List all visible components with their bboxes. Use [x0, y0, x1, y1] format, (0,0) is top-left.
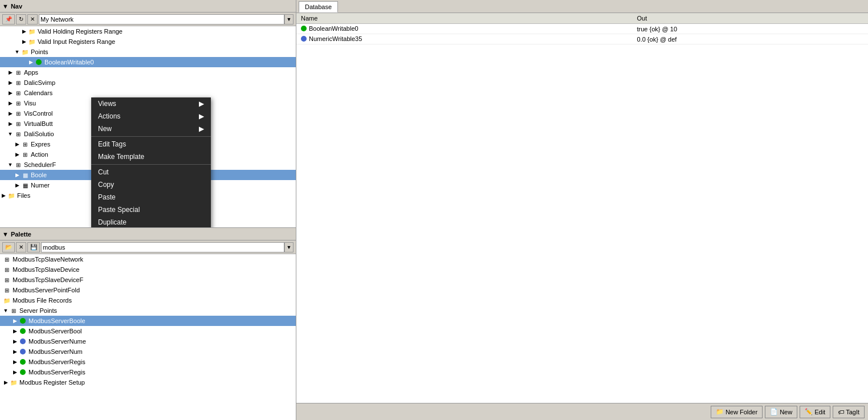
palette-item-label: ModbusServerRegis [28, 358, 85, 365]
palette-item-modbus-server-regis2[interactable]: ▶ ModbusServerRegis [0, 367, 296, 377]
palette-item-modbus-server-numer1[interactable]: ▶ ModbusServerNume [0, 336, 296, 346]
nav-close-button[interactable]: ✕ [27, 14, 38, 25]
module-icon: ⊞ [2, 266, 11, 274]
table-row[interactable]: NumericWritable35 0.0 {ok} @ def [296, 34, 868, 44]
palette-item[interactable]: ⊞ ModbusServerPointFold [0, 285, 296, 295]
nav-triangle-icon: ▼ [2, 3, 9, 10]
palette-item-label: ModbusServerBoole [28, 317, 85, 324]
palette-title: Palette [11, 231, 31, 238]
palette-item[interactable]: ⊞ ModbusTcpSlaveNetwork [0, 254, 296, 264]
menu-item-views[interactable]: Views ▶ [91, 97, 211, 110]
palette-item[interactable]: ⊞ ModbusTcpSlaveDeviceF [0, 275, 296, 285]
palette-save-button[interactable]: 💾 [27, 242, 40, 252]
module-icon: ⊞ [14, 99, 23, 107]
menu-item-label: Duplicate [98, 218, 127, 226]
menu-item-paste-special[interactable]: Paste Special [91, 203, 211, 216]
database-content: Name Out BooleanWritable0 true {ok} @ 10 [296, 13, 868, 403]
tree-item-label: Valid Holding Registers Range [38, 28, 123, 35]
nav-pin-button[interactable]: 📌 [2, 14, 15, 25]
tree-arrow-icon: ▶ [11, 318, 18, 324]
palette-header: ▼ Palette [0, 228, 296, 240]
module-icon: ⊞ [2, 286, 11, 294]
new-button[interactable]: 📄 New [765, 406, 797, 418]
palette-item-modbus-server-bool2[interactable]: ▶ ModbusServerBool [0, 326, 296, 336]
palette-item-label: ModbusServerBool [28, 328, 82, 335]
right-panel: Database Name Out BooleanWritable0 [296, 0, 868, 420]
palette-item-label: ModbusServerPointFold [13, 287, 80, 293]
menu-item-label: New [98, 125, 112, 133]
palette-item-records[interactable]: 📁 Modbus File Records [0, 295, 296, 305]
palette-item-label: ModbusTcpSlaveNetwork [13, 256, 83, 263]
tree-arrow-icon: ▼ [2, 308, 9, 313]
menu-item-copy[interactable]: Copy [91, 178, 211, 191]
nav-search-input[interactable] [39, 14, 284, 25]
tree-item-label: Numer [31, 182, 50, 189]
nav-toolbar: 📌 ↻ ✕ ▼ [0, 13, 296, 26]
green-dot-icon [301, 26, 307, 31]
menu-item-make-template[interactable]: Make Template [91, 150, 211, 163]
palette-item-modbus-server-boole1[interactable]: ▶ ModbusServerBoole [0, 316, 296, 326]
palette-search-input[interactable] [41, 242, 284, 252]
row-name: BooleanWritable0 [296, 24, 633, 34]
tree-item-label: Points [31, 48, 48, 55]
tree-item-label: VisControl [24, 110, 53, 117]
tree-item-boolean-writable[interactable]: ▶ BooleanWritable0 [0, 57, 296, 67]
menu-item-duplicate[interactable]: Duplicate [91, 216, 211, 227]
edit-button[interactable]: ✏️ Edit [800, 406, 830, 418]
tree-item-label: SchedulerF [24, 161, 56, 168]
button-label: New [780, 409, 792, 415]
new-folder-button[interactable]: 📁 New Folder [711, 406, 763, 418]
nav-title: Nav [11, 3, 22, 10]
folder-icon: 📁 [716, 408, 724, 415]
tree-item[interactable]: ▶ 📁 Valid Input Registers Range [0, 36, 296, 47]
nav-refresh-button[interactable]: ↻ [16, 14, 26, 25]
tree-arrow-icon: ▶ [14, 141, 21, 147]
tree-item-label: VirtualButt [24, 120, 53, 127]
module-icon: ⊞ [2, 255, 11, 263]
tree-arrow-icon: ▼ [7, 162, 14, 168]
database-tab[interactable]: Database [299, 1, 338, 13]
menu-item-edit-tags[interactable]: Edit Tags [91, 138, 211, 150]
grid-icon: ▦ [21, 171, 30, 179]
tree-arrow-icon: ▶ [11, 359, 18, 365]
palette-open-button[interactable]: 📂 [2, 242, 15, 252]
palette-close-button[interactable]: ✕ [16, 242, 26, 252]
tree-arrow-icon: ▶ [2, 380, 9, 385]
palette-toolbar: 📂 ✕ 💾 ▼ [0, 240, 296, 254]
tree-item-label: DaliSolutio [24, 131, 54, 137]
folder-icon: 📁 [2, 296, 11, 304]
folder-icon: 📁 [27, 38, 36, 46]
menu-item-actions[interactable]: Actions ▶ [91, 110, 211, 123]
palette-item[interactable]: ⊞ ModbusTcpSlaveDevice [0, 264, 296, 275]
tree-item[interactable]: ▼ 📁 Points [0, 47, 296, 57]
menu-item-cut[interactable]: Cut [91, 166, 211, 178]
palette-item-label: Modbus Register Setup [19, 379, 85, 386]
palette-triangle-icon: ▼ [2, 231, 9, 238]
menu-item-new[interactable]: New ▶ [91, 123, 211, 135]
tree-item[interactable]: ▶ ⊞ Calendars [0, 88, 296, 98]
folder-icon: 📁 [27, 27, 36, 35]
row-out: 0.0 {ok} @ def [633, 34, 868, 44]
tree-arrow-icon: ▶ [7, 111, 14, 116]
module-icon: ⊞ [14, 68, 23, 76]
nav-tree: ▶ 📁 Valid Holding Registers Range ▶ 📁 Va… [0, 26, 296, 227]
tree-item[interactable]: ▶ ⊞ DalicSvimp [0, 78, 296, 88]
tree-item-label: Boole [31, 172, 47, 178]
nav-dropdown-button[interactable]: ▼ [284, 14, 294, 25]
tree-item-label: DalicSvimp [24, 79, 55, 86]
tree-arrow-icon: ▶ [27, 59, 34, 65]
menu-item-paste[interactable]: Paste [91, 191, 211, 203]
palette-item-label: ModbusServerRegis [28, 369, 85, 376]
menu-item-label: Paste [98, 193, 116, 201]
tree-item[interactable]: ▶ 📁 Valid Holding Registers Range [0, 26, 296, 36]
palette-item-modbus-register-setup[interactable]: ▶ 📁 Modbus Register Setup [0, 377, 296, 388]
palette-item-modbus-server-numer2[interactable]: ▶ ModbusServerNum [0, 346, 296, 357]
menu-item-label: Edit Tags [98, 140, 126, 148]
palette-dropdown-button[interactable]: ▼ [284, 242, 294, 252]
palette-item-server-points[interactable]: ▼ ⊞ Server Points [0, 305, 296, 316]
table-row[interactable]: BooleanWritable0 true {ok} @ 10 [296, 24, 868, 34]
tagit-button[interactable]: 🏷 TagIt [833, 406, 865, 418]
palette-item-modbus-server-regis1[interactable]: ▶ ModbusServerRegis [0, 357, 296, 367]
tree-item[interactable]: ▶ ⊞ Apps [0, 67, 296, 78]
tree-item-label: Apps [24, 69, 38, 76]
